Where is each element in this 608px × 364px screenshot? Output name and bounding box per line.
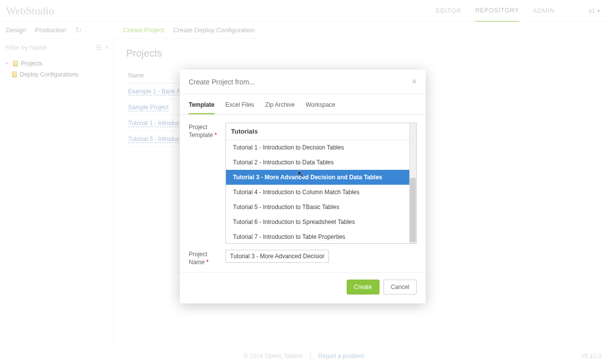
template-option[interactable]: Tutorial 7 - Introduction to Table Prope… bbox=[226, 229, 409, 244]
template-option[interactable]: Tutorial 5 - Introduction to TBasic Tabl… bbox=[226, 200, 409, 215]
modal-body: Project Template * Tutorials Tutorial 1 … bbox=[180, 115, 426, 266]
project-name-input[interactable] bbox=[226, 250, 329, 263]
template-option[interactable]: Tutorial 1 - Introduction to Decision Ta… bbox=[226, 140, 409, 155]
tab-zip[interactable]: Zip Archive bbox=[265, 101, 295, 114]
row-project-template: Project Template * Tutorials Tutorial 1 … bbox=[189, 123, 417, 244]
tab-template[interactable]: Template bbox=[189, 101, 215, 114]
scrollbar[interactable] bbox=[409, 123, 416, 243]
scrollbar-thumb[interactable] bbox=[410, 178, 416, 242]
modal-tabs: Template Excel Files Zip Archive Workspa… bbox=[180, 94, 426, 115]
label-project-template: Project Template * bbox=[189, 123, 222, 139]
cancel-button[interactable]: Cancel bbox=[383, 280, 417, 294]
modal-close-icon[interactable]: × bbox=[411, 76, 417, 87]
template-option[interactable]: Tutorial 2 - Introduction to Data Tables bbox=[226, 155, 409, 170]
modal-title: Create Project from... bbox=[189, 78, 255, 86]
label-project-name: Project Name * bbox=[189, 250, 222, 266]
tab-workspace[interactable]: Workspace bbox=[305, 101, 335, 114]
modal-footer: Create Cancel bbox=[180, 272, 426, 303]
template-option[interactable]: Tutorial 4 - Introduction to Column Matc… bbox=[226, 185, 409, 200]
row-project-name: Project Name * bbox=[189, 250, 417, 266]
create-button[interactable]: Create bbox=[347, 280, 380, 294]
create-project-modal: Create Project from... × Template Excel … bbox=[180, 70, 426, 303]
tab-excel[interactable]: Excel Files bbox=[226, 101, 254, 114]
template-option[interactable]: Tutorial 3 - More Advanced Decision and … bbox=[226, 170, 409, 185]
modal-header: Create Project from... × bbox=[180, 70, 426, 94]
group-header: Tutorials bbox=[226, 123, 409, 140]
template-option[interactable]: Tutorial 6 - Introduction to Spreadsheet… bbox=[226, 215, 409, 229]
template-listbox[interactable]: Tutorials Tutorial 1 - Introduction to D… bbox=[226, 123, 417, 244]
